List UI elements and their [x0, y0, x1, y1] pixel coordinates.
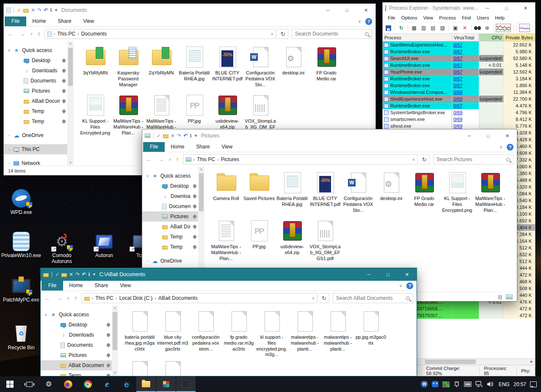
menu-item[interactable]: Options [399, 14, 420, 21]
vmware-tray-icon[interactable]: vm [464, 381, 472, 387]
file-item[interactable]: Saved Pictures [243, 170, 276, 217]
scrollbar[interactable]: ∧∨ [67, 41, 74, 166]
sidebar-item[interactable]: › This PC [4, 144, 67, 154]
unknown-app-taskbar-button[interactable] [176, 376, 196, 392]
file-item[interactable]: pp.jpg.m3gac0rtx [354, 309, 387, 358]
tab-home[interactable]: Home [165, 142, 190, 152]
process-row[interactable]: smartscreen.exe 0/69 8.412 K [383, 116, 535, 123]
maximize-button[interactable]: □ [378, 268, 397, 281]
desktop-icon-privatewin10[interactable]: PrivateWin10.exe [1, 232, 41, 259]
file-item[interactable]: Batería Portátil RHEA.jpg [276, 170, 309, 217]
virustotal-link[interactable]: 0/67 [453, 56, 462, 61]
network-tray-icon[interactable] [475, 381, 483, 387]
qat-redo-icon[interactable]: ↷ [75, 272, 80, 277]
file-item[interactable]: PP.jpg [243, 218, 276, 266]
ie-taskbar-button[interactable]: e [97, 376, 117, 392]
desktop-icon-patchmypc[interactable]: PatchMyPC.exe [1, 276, 41, 303]
sidebar-item[interactable]: Downloads [4, 66, 67, 76]
desktop-icon-wpd[interactable]: WPD.exe [5, 189, 37, 216]
tab-file[interactable]: File [41, 281, 63, 291]
search-input[interactable]: Search ABait Documents [333, 293, 413, 303]
system-info-icon[interactable]: ▦ [410, 24, 418, 32]
file-item[interactable]: malwaretips - malwarehub - planti... [321, 309, 354, 358]
file-item[interactable]: Configuración Pedalera VOX Sto... [342, 170, 375, 217]
title-bar[interactable]: Process Explorer - Sysinternals: www... … [383, 3, 535, 14]
process-row[interactable]: SearchUI.exe 0/67 Suspended 52.580 K [383, 55, 535, 62]
qat-rename-icon[interactable]: I [88, 272, 90, 277]
qat-dropdown-icon[interactable]: ▼ [92, 273, 96, 277]
sidebar-item[interactable]: › Network [4, 158, 67, 166]
close-button[interactable]: ✕ [498, 129, 517, 142]
expand-caret-icon[interactable]: ∨ [146, 174, 149, 178]
virustotal-link[interactable]: 0/67 [453, 63, 462, 68]
virustotal-link[interactable]: 0/67 [453, 103, 462, 108]
file-item[interactable]: KL Support - Files Encrypted.png [441, 170, 474, 217]
file-item[interactable] [156, 359, 189, 376]
tab-share[interactable]: Share [88, 281, 114, 291]
cpu-graph-icon[interactable] [496, 24, 511, 32]
virustotal-link[interactable]: 0/67 [453, 83, 462, 88]
scroll-right-icon[interactable]: ► [528, 359, 535, 365]
sidebar-item[interactable]: Pictures [4, 86, 67, 96]
virustotal-link[interactable]: 0/69 [453, 123, 462, 129]
refresh-icon[interactable]: ↻ [319, 293, 329, 303]
menu-item[interactable]: Help [492, 14, 507, 21]
history-dropdown-icon[interactable]: ∨ [29, 32, 34, 36]
sidebar-item[interactable]: Temp [4, 106, 67, 116]
qat-checkbox-icon[interactable]: ✓ [17, 8, 21, 13]
ribbon-collapse-icon[interactable]: ∨ [500, 145, 502, 149]
tab-file[interactable]: File [143, 142, 165, 152]
sidebar-item[interactable]: Temp [41, 370, 112, 376]
back-button[interactable]: ← [42, 295, 52, 302]
address-bar[interactable]: ›This PC ›Local Disk (C:) ›ABait Documen… [81, 293, 317, 303]
tab-view[interactable]: View [77, 16, 100, 26]
title-bar[interactable]: ✓ ✕ ↷ ↶ I ▼ Pictures ─ □ ✕ [142, 129, 517, 142]
breadcrumb[interactable]: Pictures [221, 156, 239, 162]
expand-caret-icon[interactable]: ∨ [44, 313, 48, 317]
virustotal-link[interactable]: 0/67 [453, 69, 462, 74]
blue-bot-tray-icon[interactable] [432, 381, 439, 387]
tab-file[interactable]: File [5, 16, 26, 26]
process-row[interactable]: StartMenuExperienceHos... 0/57 22.652 K [383, 41, 535, 48]
breadcrumb[interactable]: This PC [57, 31, 75, 37]
kill-process-icon[interactable]: ✕ [461, 24, 469, 32]
qat-redo-icon[interactable]: ↷ [177, 133, 181, 138]
sidebar-item[interactable]: ∨ Quick access [41, 310, 112, 320]
back-button[interactable]: ← [144, 156, 154, 163]
file-item[interactable]: batería portátil rhea.jpg.m3gac0rtx [123, 309, 156, 358]
sidebar-item[interactable]: › OneDrive [4, 130, 67, 140]
virustotal-link[interactable]: 0/69 [453, 110, 462, 115]
address-dropdown-icon[interactable]: ∨ [270, 32, 273, 36]
sidebar-item[interactable]: Pictures [41, 350, 112, 360]
tab-share[interactable]: Share [52, 16, 77, 26]
file-item[interactable]: usbdeview-x64.zip.m3gac0rtx [123, 359, 156, 376]
ribbon-collapse-icon[interactable]: ∨ [358, 19, 361, 24]
address-bar[interactable]: ›This PC ›Pictures ∨ [183, 154, 418, 164]
ribbon-collapse-icon[interactable]: ∨ [399, 283, 402, 288]
qat-new-folder-icon[interactable] [61, 273, 67, 277]
view-dlls-icon[interactable]: ▧ [439, 24, 447, 32]
file-item[interactable]: Configuración Pedalera VOX Sto... [244, 44, 277, 92]
lower-pane-icon[interactable]: ▤ [429, 24, 437, 32]
column-private-bytes[interactable]: Private Bytes [504, 34, 535, 41]
sidebar-item[interactable]: ABait Docum [4, 96, 67, 106]
breadcrumb[interactable]: This PC [95, 295, 113, 301]
chrome-taskbar-button[interactable] [78, 376, 97, 392]
process-row[interactable]: RuntimeBroker.exe 0/67 3.184 K [383, 75, 535, 82]
process-row[interactable]: YourPhone.exe 0/67 Suspended 12.592 K [383, 69, 535, 75]
qat-rename-icon[interactable]: I [190, 133, 192, 138]
file-item[interactable]: Kaspersky Password Manager [112, 44, 145, 92]
breadcrumb[interactable]: Documents [81, 31, 107, 37]
edge-taskbar-button[interactable]: e [117, 376, 136, 392]
title-bar[interactable]: ✓ ✕ ↷ ↶ I ▼ Documents ─ □ ✕ [4, 4, 375, 16]
qat-delete-icon[interactable]: ✕ [31, 8, 35, 13]
scrollbar[interactable]: ∧∨ [112, 305, 118, 376]
maximize-button[interactable]: □ [479, 129, 498, 142]
virustotal-link[interactable]: 0/69 [453, 117, 462, 122]
breadcrumb[interactable]: Local Disk (C:) [119, 295, 153, 301]
menu-item[interactable]: Process [436, 14, 458, 21]
desktop-icon-comodo-autoruns[interactable]: Comodo Autoruns [42, 232, 81, 265]
qat-checkbox-icon[interactable]: ✓ [55, 272, 59, 277]
virustotal-link[interactable]: 0/67 [453, 76, 462, 81]
help-icon[interactable]: ? [507, 144, 513, 151]
